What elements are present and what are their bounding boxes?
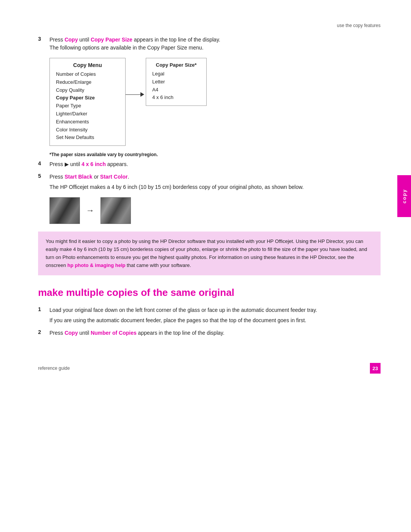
- step-3-text: Press Copy until Copy Paper Size appears…: [49, 36, 381, 52]
- step-3-number: 3: [38, 36, 49, 42]
- photo-copy-area: →: [49, 197, 381, 224]
- new-step-2-content: Press Copy until Number of Copies appear…: [49, 329, 381, 337]
- copy-menu-title: Copy Menu: [56, 62, 119, 68]
- new-step-1-content: Load your original face down on the left…: [49, 306, 381, 324]
- copy-paper-size-box: Copy Paper Size* Legal Letter A4 4 x 6 i…: [146, 58, 207, 106]
- new-step-1-text: Load your original face down on the left…: [49, 306, 381, 314]
- arrow-connector: [126, 92, 144, 97]
- menu-item-papertype: Paper Type: [56, 102, 119, 110]
- side-tab-text: copy: [401, 189, 407, 203]
- menu-item-lighter: Lighter/Darker: [56, 110, 119, 118]
- copy-photo-img: [101, 198, 131, 224]
- page-number: 23: [370, 363, 381, 374]
- menu-item-copies: Number of Copies: [56, 70, 119, 78]
- menu-item-enhancements: Enhancements: [56, 118, 119, 126]
- menu-item-quality: Copy Quality: [56, 86, 119, 94]
- step-5-number: 5: [38, 173, 49, 179]
- footnote-text: *The paper sizes available vary by count…: [49, 152, 381, 157]
- menu-item-reduce: Reduce/Enlarge: [56, 78, 119, 86]
- size-4x6: 4 x 6 inch: [152, 94, 200, 102]
- new-step-1-number: 1: [38, 306, 49, 312]
- menu-item-papersize: Copy Paper Size: [56, 94, 119, 102]
- copy-paper-size-link: Copy Paper Size: [91, 37, 132, 43]
- step-5-row: 5 Press Start Black or Start Color. The …: [38, 173, 381, 191]
- arrow-right-icon: [140, 92, 144, 97]
- photo-arrow-icon: →: [86, 206, 94, 216]
- size-legal: Legal: [152, 70, 200, 78]
- copy-word-step2: Copy: [65, 330, 78, 336]
- step-4-content: Press ▶ until 4 x 6 inch appears.: [49, 160, 381, 168]
- new-step-2-row: 2 Press Copy until Number of Copies appe…: [38, 329, 381, 337]
- copy-paper-size-title: Copy Paper Size*: [152, 62, 200, 68]
- page-footer: reference guide 23: [38, 360, 381, 374]
- menu-item-defaults: Set New Defaults: [56, 134, 119, 142]
- copy-word-step3: Copy: [65, 37, 78, 43]
- new-step-2-number: 2: [38, 329, 49, 335]
- copy-photo: [100, 197, 131, 224]
- connector-line: [126, 94, 141, 95]
- copy-menu-box: Copy Menu Number of Copies Reduce/Enlarg…: [49, 58, 126, 146]
- original-photo-img: [50, 198, 80, 224]
- new-step-1-subtext: If you are using the automatic document …: [49, 316, 381, 324]
- start-black-link: Start Black: [65, 174, 92, 180]
- top-label: use the copy features: [38, 23, 381, 28]
- info-box: You might find it easier to copy a photo…: [38, 232, 381, 275]
- new-step-2-text: Press Copy until Number of Copies appear…: [49, 329, 381, 337]
- step4-4x6-link: 4 x 6 inch: [81, 161, 106, 167]
- step-4-number: 4: [38, 160, 49, 166]
- step-4-row: 4 Press ▶ until 4 x 6 inch appears.: [38, 160, 381, 168]
- section-heading: make multiple copies of the same origina…: [38, 287, 381, 299]
- step-5-content: Press Start Black or Start Color. The HP…: [49, 173, 381, 191]
- step-5-subtext: The HP Officejet makes a 4 by 6 inch (10…: [49, 183, 381, 191]
- page-container: use the copy features 3 Press Copy until…: [0, 0, 411, 532]
- footer-left-text: reference guide: [38, 366, 70, 371]
- new-step-1-row: 1 Load your original face down on the le…: [38, 306, 381, 324]
- step-5-text: Press Start Black or Start Color.: [49, 173, 381, 181]
- step-3-subtext: The following options are available in t…: [49, 45, 204, 51]
- step-3-row: 3 Press Copy until Copy Paper Size appea…: [38, 36, 381, 52]
- step-3-content: Press Copy until Copy Paper Size appears…: [49, 36, 381, 52]
- start-color-link: Start Color: [100, 174, 127, 180]
- number-of-copies-link: Number of Copies: [91, 330, 137, 336]
- info-box-text-after: that came with your software.: [125, 262, 191, 268]
- step-4-text: Press ▶ until 4 x 6 inch appears.: [49, 160, 381, 168]
- size-a4: A4: [152, 86, 200, 94]
- menu-boxes-area: Copy Menu Number of Copies Reduce/Enlarg…: [49, 58, 381, 146]
- original-photo: [49, 197, 80, 224]
- size-letter: Letter: [152, 78, 200, 86]
- hp-photo-link: hp photo & imaging help: [67, 262, 125, 268]
- menu-item-color: Color Intensity: [56, 126, 119, 134]
- side-tab: copy: [397, 175, 411, 217]
